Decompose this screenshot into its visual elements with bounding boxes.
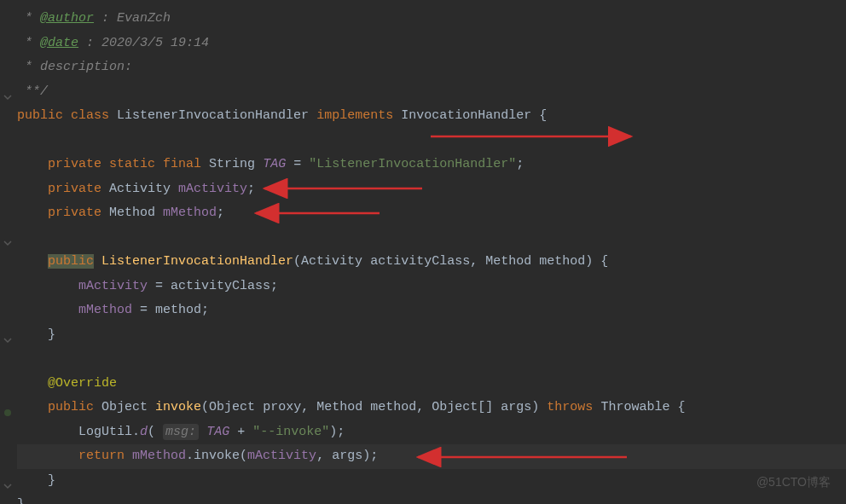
code-line-highlighted: return mMethod.invoke(mActivity, args); <box>17 444 846 469</box>
code-line: private Method mMethod; <box>17 201 846 226</box>
method-invoke: invoke <box>155 400 201 414</box>
field-mmethod: mMethod <box>163 206 217 220</box>
javadoc-author-tag: @author <box>40 11 94 26</box>
code-line: LogUtil.d( msg: TAG + "--invoke"); <box>17 420 846 445</box>
code-line: * description: <box>17 55 846 80</box>
code-line: **/ <box>17 80 846 105</box>
code-line: private Activity mActivity; <box>17 177 846 202</box>
code-line <box>17 129 846 154</box>
fold-icon[interactable] <box>3 233 12 241</box>
code-line: public ListenerInvocationHandler(Activit… <box>17 250 846 275</box>
code-line: public Object invoke(Object proxy, Metho… <box>17 396 846 420</box>
javadoc-date-tag: @date <box>40 36 78 50</box>
field-tag: TAG <box>263 157 286 171</box>
code-line: public class ListenerInvocationHandler i… <box>17 104 846 129</box>
code-line: * @date : 2020/3/5 19:14 <box>17 32 846 56</box>
code-line: private static final String TAG = "Liste… <box>17 153 846 177</box>
code-line: mMethod = method; <box>17 298 846 323</box>
svg-point-0 <box>4 409 11 416</box>
fold-icon[interactable] <box>3 330 12 339</box>
fold-icon[interactable] <box>3 476 12 484</box>
keyword-public-highlighted: public <box>48 254 94 269</box>
watermark: @51CTO博客 <box>756 471 831 494</box>
code-line: mActivity = activityClass; <box>17 275 846 299</box>
code-line <box>17 347 846 372</box>
code-line: } <box>17 469 846 494</box>
code-line: } <box>17 493 846 504</box>
override-icon[interactable] <box>3 403 12 411</box>
code-line: @Override <box>17 372 846 397</box>
code-editor[interactable]: * @author : EvanZch * @date : 2020/3/5 1… <box>0 7 846 504</box>
annotation-override: @Override <box>48 376 117 391</box>
code-line <box>17 226 846 251</box>
fold-icon[interactable] <box>3 87 12 96</box>
param-hint-msg: msg: <box>163 424 199 440</box>
code-line: } <box>17 323 846 348</box>
constructor-name: ListenerInvocationHandler <box>101 254 293 269</box>
code-line: * @author : EvanZch <box>17 7 846 32</box>
field-mactivity: mActivity <box>178 182 247 196</box>
